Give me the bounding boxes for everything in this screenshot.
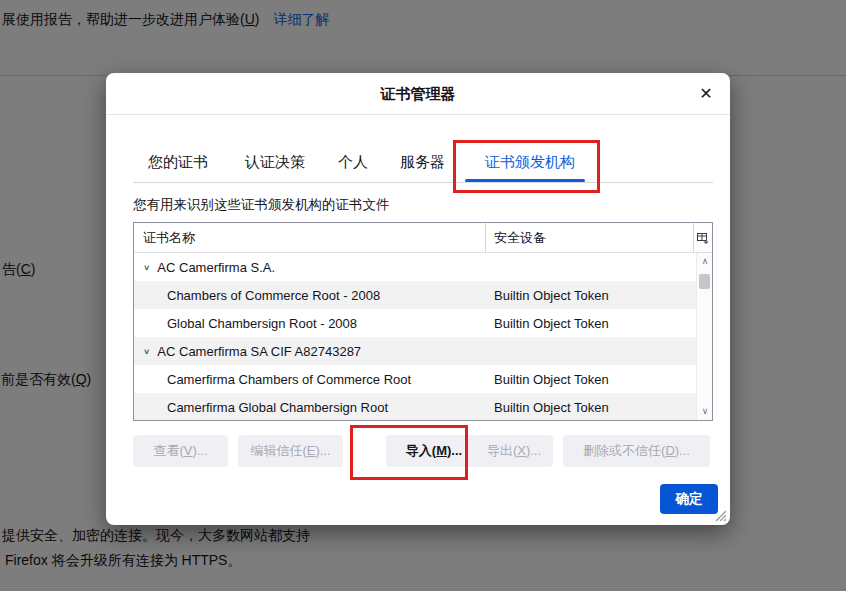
button-label: )... <box>315 443 330 458</box>
table-row[interactable]: Global Chambersign Root - 2008 Builtin O… <box>134 309 696 337</box>
button-label: 查看( <box>153 443 183 458</box>
access-key: D <box>665 443 674 458</box>
button-label: 删除或不信任( <box>583 443 665 458</box>
button-label: 编辑信任( <box>250 443 306 458</box>
dialog-title: 证书管理器 <box>106 73 730 115</box>
tab-servers[interactable]: 服务器 <box>400 153 445 172</box>
close-button[interactable]: ✕ <box>695 83 717 105</box>
delete-or-distrust-button[interactable]: 删除或不信任(D)... <box>563 435 710 467</box>
tab-your-certificates[interactable]: 您的证书 <box>148 153 208 172</box>
certificates-table: 证书名称 安全设备 ∨AC Camerfirma S.A. Chambers o… <box>133 222 713 421</box>
tab-authentication-decisions[interactable]: 认证决策 <box>245 153 305 172</box>
chevron-down-icon[interactable]: ∨ <box>143 263 150 272</box>
table-row-group[interactable]: ∨AC Camerfirma S.A. <box>134 253 696 281</box>
annotation-box-authorities-tab <box>453 140 600 193</box>
column-header-security-device[interactable]: 安全设备 <box>486 223 693 252</box>
scroll-down-icon[interactable]: ∨ <box>697 404 713 419</box>
table-row[interactable]: Camerfirma Global Chambersign Root Built… <box>134 393 696 421</box>
resize-grip-icon[interactable] <box>713 508 726 521</box>
export-button[interactable]: 导出(X)... <box>475 435 553 467</box>
scroll-up-icon[interactable]: ∧ <box>697 254 713 269</box>
button-label: )... <box>675 443 690 458</box>
security-device: Builtin Object Token <box>494 400 696 415</box>
table-row-group[interactable]: ∨AC Camerfirma SA CIF A82743287 <box>134 337 696 365</box>
table-body: ∨AC Camerfirma S.A. Chambers of Commerce… <box>134 253 712 420</box>
certificate-name: Global Chambersign Root - 2008 <box>167 316 357 331</box>
close-icon: ✕ <box>699 85 712 102</box>
chevron-down-icon[interactable]: ∨ <box>143 347 150 356</box>
certificate-name: Chambers of Commerce Root - 2008 <box>167 288 380 303</box>
button-label: 导出( <box>487 443 517 458</box>
access-key: X <box>517 443 526 458</box>
button-label: )... <box>526 443 541 458</box>
table-row[interactable]: Camerfirma Chambers of Commerce Root Bui… <box>134 365 696 393</box>
certificate-name: Camerfirma Global Chambersign Root <box>167 400 388 415</box>
column-picker-icon <box>697 232 709 244</box>
column-header-certificate-name[interactable]: 证书名称 <box>134 223 486 252</box>
column-picker-button[interactable] <box>693 223 712 252</box>
annotation-box-import-button <box>350 425 468 480</box>
scrollbar-thumb[interactable] <box>699 274 710 289</box>
tab-people[interactable]: 个人 <box>338 153 368 172</box>
view-button[interactable]: 查看(V)... <box>133 435 228 467</box>
certificate-name: AC Camerfirma SA CIF A82743287 <box>157 344 361 359</box>
certificate-name: Camerfirma Chambers of Commerce Root <box>167 372 411 387</box>
table-row[interactable]: Chambers of Commerce Root - 2008 Builtin… <box>134 281 696 309</box>
dialog-header: 证书管理器 ✕ <box>106 73 730 115</box>
tab-separator <box>133 182 713 183</box>
edit-trust-button[interactable]: 编辑信任(E)... <box>238 435 343 467</box>
button-label: )... <box>192 443 207 458</box>
ok-button[interactable]: 确定 <box>660 484 718 514</box>
security-device: Builtin Object Token <box>494 316 696 331</box>
security-device: Builtin Object Token <box>494 372 696 387</box>
vertical-scrollbar[interactable]: ∧ ∨ <box>696 253 712 420</box>
certificate-name: AC Camerfirma S.A. <box>157 260 275 275</box>
security-device: Builtin Object Token <box>494 288 696 303</box>
authorities-description: 您有用来识别这些证书颁发机构的证书文件 <box>133 196 390 214</box>
table-header: 证书名称 安全设备 <box>134 223 712 253</box>
